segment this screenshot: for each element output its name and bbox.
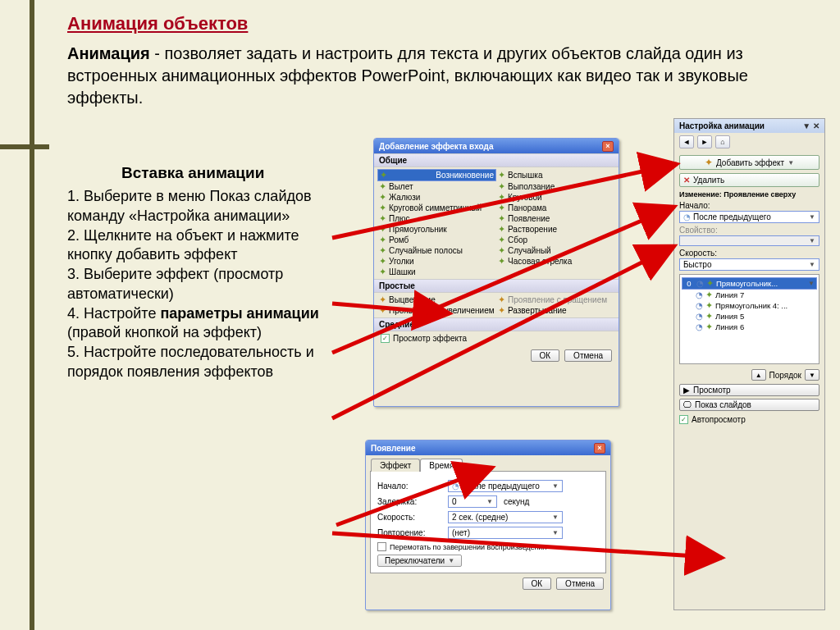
effect-item[interactable]: ✦Случайные полосы: [377, 245, 496, 256]
intro-rest: - позволяет задать и настроить для текст…: [67, 44, 748, 107]
effect-item[interactable]: ✦Прямоугольник: [377, 224, 496, 235]
taskpane-header[interactable]: Настройка анимации ▼ ✕: [674, 119, 824, 133]
taskpane-title: Настройка анимации: [679, 121, 765, 130]
queue-item[interactable]: ◔✦Линия 6: [682, 322, 817, 332]
reorder-row: ▲ Порядок ▼: [679, 369, 819, 381]
effect-item[interactable]: ✦Шашки: [377, 267, 496, 277]
effect-item[interactable]: ✦Вспышка: [496, 169, 615, 181]
forward-icon[interactable]: ►: [697, 135, 712, 148]
star-icon: ✦: [379, 246, 386, 255]
intro-text: Анимация - позволяет задать и настроить …: [67, 43, 817, 109]
effect-item[interactable]: ✦Растворение: [496, 224, 615, 235]
preview-checkbox[interactable]: ✓: [381, 334, 390, 343]
effects-queue[interactable]: 0◔✦Прямоугольник...▼◔✦Линия 7◔✦Прямоугол…: [679, 274, 819, 364]
slideshow-button[interactable]: 🖵Показ слайдов: [679, 399, 819, 411]
taskpane-menu-icon[interactable]: ▼ ✕: [802, 121, 819, 130]
remove-effect-button[interactable]: ✕ Удалить: [679, 173, 819, 187]
slide-title: Анимация объектов: [67, 13, 248, 34]
autopreview-checkbox[interactable]: ✓: [679, 415, 688, 424]
effect-item[interactable]: ✦Проявление с увеличением: [377, 305, 496, 316]
effects-group-simple: Простые: [374, 279, 619, 293]
queue-item[interactable]: 0◔✦Прямоугольник...▼: [682, 277, 817, 290]
effect-item[interactable]: ✦Панорама: [496, 203, 615, 213]
tab-strip: Эффект Время: [371, 458, 610, 471]
effect-item[interactable]: ✦Выползание: [496, 181, 615, 192]
ok-button[interactable]: ОК: [523, 578, 552, 590]
start-label: Начало:: [377, 482, 441, 491]
start-select[interactable]: ◔После предыдущего▼: [448, 480, 563, 492]
star-icon: ✦: [498, 295, 505, 304]
queue-item[interactable]: ◔✦Прямоугольник 4: ...: [682, 300, 817, 311]
star-icon: ✦: [498, 225, 505, 234]
effect-item[interactable]: ✦Возникновение: [377, 169, 496, 181]
effect-item[interactable]: ✦Круговой: [496, 192, 615, 203]
intro-bold: Анимация: [67, 44, 150, 62]
autopreview-label: Автопросмотр: [692, 415, 746, 424]
ok-button[interactable]: ОК: [531, 349, 560, 362]
delay-input[interactable]: 0▼: [448, 495, 497, 508]
move-up-icon[interactable]: ▲: [751, 369, 766, 381]
start-select[interactable]: ◔После предыдущего▼: [679, 211, 819, 223]
effects-group-common: Общие: [374, 153, 619, 167]
effect-item[interactable]: ✦Уголки: [377, 256, 496, 267]
speed-select[interactable]: Быстро▼: [679, 258, 819, 271]
speed-label: Скорость:: [679, 249, 819, 258]
star-icon: ✦: [498, 193, 505, 202]
star-icon: ✦: [498, 214, 505, 223]
effect-item[interactable]: ✦Ромб: [377, 235, 496, 245]
rewind-checkbox[interactable]: ✓: [377, 542, 386, 551]
cancel-button[interactable]: Отмена: [556, 578, 604, 590]
star-icon: ✦: [706, 279, 714, 288]
repeat-label: Повторение:: [377, 528, 441, 537]
tab-effect[interactable]: Эффект: [371, 459, 420, 472]
dialog-titlebar[interactable]: Добавление эффекта входа ×: [374, 139, 619, 153]
close-icon[interactable]: ×: [594, 443, 605, 454]
add-effect-button[interactable]: ✦ Добавить эффект ▼: [679, 155, 819, 170]
delay-label: Задержка:: [377, 497, 441, 506]
star-icon: ✦: [379, 235, 386, 244]
effect-item[interactable]: ✦Появление: [496, 213, 615, 224]
effect-item[interactable]: ✦Сбор: [496, 235, 615, 245]
triggers-button[interactable]: Переключатели ▼: [377, 555, 462, 567]
dialog-titlebar[interactable]: Появление ×: [366, 441, 610, 455]
star-icon: ✦: [379, 295, 386, 304]
effect-item[interactable]: ✦Круговой симметричный: [377, 203, 496, 213]
cancel-button[interactable]: Отмена: [564, 349, 612, 362]
effect-item[interactable]: ✦Плюс: [377, 213, 496, 224]
tab-body: Начало: ◔После предыдущего▼ Задержка: 0▼…: [370, 471, 606, 573]
close-icon[interactable]: ×: [602, 141, 614, 152]
property-label: Свойство:: [679, 226, 819, 235]
star-icon: ✦: [379, 225, 386, 234]
star-icon: ✦: [705, 301, 713, 310]
dialog-title: Появление: [371, 444, 416, 453]
start-label: Начало:: [679, 201, 819, 210]
star-icon: ✦: [498, 235, 505, 244]
effect-item[interactable]: ✦Выцветание: [377, 294, 496, 305]
slideshow-icon: 🖵: [683, 400, 692, 409]
effect-item[interactable]: ✦Развертывание: [496, 305, 615, 316]
star-icon: ✦: [380, 171, 387, 180]
back-icon[interactable]: ◄: [679, 135, 694, 148]
decor-vertical: [30, 0, 34, 630]
effects-grid-simple[interactable]: ✦Выцветание✦Проявление с вращением✦Прояв…: [374, 293, 619, 317]
move-down-icon[interactable]: ▼: [805, 369, 819, 381]
star-icon: ✦: [498, 182, 505, 191]
queue-item[interactable]: ◔✦Линия 7: [682, 290, 817, 300]
effects-group-medium: Средние: [374, 317, 619, 331]
home-icon[interactable]: ⌂: [715, 135, 730, 148]
dialog-button-row: ОК Отмена: [374, 345, 619, 366]
star-icon: ✦: [705, 322, 713, 331]
speed-select[interactable]: 2 сек. (средне)▼: [448, 511, 563, 523]
queue-item[interactable]: ◔✦Линия 5: [682, 311, 817, 322]
effect-item[interactable]: ✦Вылет: [377, 181, 496, 192]
star-icon: ✦: [379, 193, 386, 202]
effect-item[interactable]: ✦Часовая стрелка: [496, 256, 615, 267]
play-button[interactable]: ▶Просмотр: [679, 384, 819, 396]
effects-grid-common[interactable]: ✦Возникновение✦Вспышка✦Вылет✦Выползание✦…: [374, 167, 619, 279]
star-icon: ✦: [379, 203, 386, 212]
effect-item[interactable]: ✦Случайный: [496, 245, 615, 256]
repeat-select[interactable]: (нет)▼: [448, 527, 563, 539]
tab-time[interactable]: Время: [420, 459, 463, 472]
effect-item[interactable]: ✦Проявление с вращением: [496, 294, 615, 305]
effect-item[interactable]: ✦Жалюзи: [377, 192, 496, 203]
